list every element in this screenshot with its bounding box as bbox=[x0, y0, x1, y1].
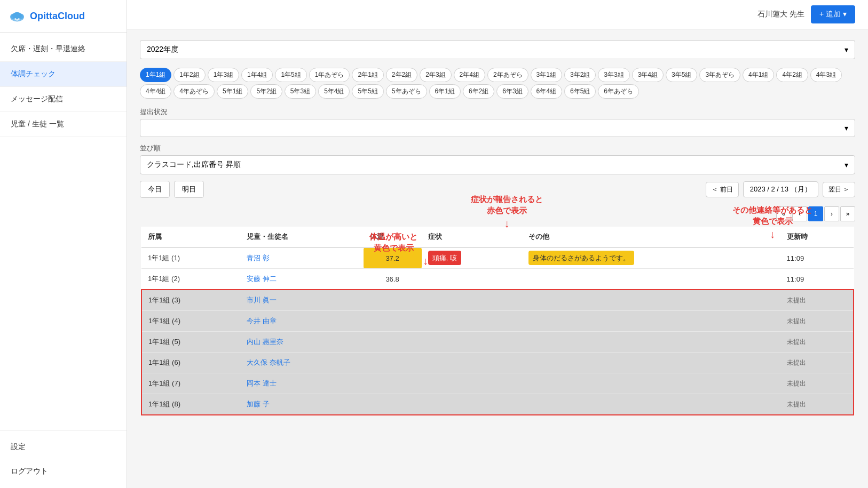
class-tab-2年1組[interactable]: 2年1組 bbox=[352, 68, 383, 82]
class-tab-1年5組[interactable]: 1年5組 bbox=[275, 68, 306, 82]
class-tab-5年3組[interactable]: 5年3組 bbox=[285, 84, 316, 99]
class-tab-4年あぞら[interactable]: 4年あぞら bbox=[173, 84, 215, 99]
class-tab-3年3組[interactable]: 3年3組 bbox=[598, 68, 629, 82]
class-tab-2年4組[interactable]: 2年4組 bbox=[454, 68, 485, 82]
page-last[interactable]: » bbox=[840, 206, 855, 221]
sidebar-item-absence[interactable]: 欠席・遅刻・早退連絡 bbox=[0, 37, 127, 62]
header: 石川蓮大 先生 + 追加 ▾ bbox=[127, 0, 868, 29]
sort-filter-select[interactable]: クラスコード,出席番号 昇順 ▾ bbox=[140, 155, 855, 174]
cell-class: 1年1組 (3) bbox=[141, 290, 240, 311]
cell-class: 1年1組 (8) bbox=[141, 394, 240, 415]
student-name-link[interactable]: 加藤 子 bbox=[247, 400, 270, 408]
student-name-link[interactable]: 岡本 達士 bbox=[247, 379, 277, 387]
next-day-button[interactable]: 翌日 ＞ bbox=[823, 182, 855, 197]
class-tab-3年2組[interactable]: 3年2組 bbox=[564, 68, 596, 82]
class-tab-1年あぞら[interactable]: 1年あぞら bbox=[309, 68, 350, 82]
class-tab-4年1組[interactable]: 4年1組 bbox=[743, 68, 774, 82]
class-tab-5年あぞら[interactable]: 5年あぞら bbox=[386, 84, 427, 99]
col-name: 児童・生徒名 bbox=[240, 227, 363, 247]
student-name-link[interactable]: 内山 惠里奈 bbox=[247, 338, 283, 346]
cell-name[interactable]: 青沼 彰 bbox=[240, 247, 363, 269]
class-tab-5年5組[interactable]: 5年5組 bbox=[352, 84, 383, 99]
cell-name[interactable]: 加藤 子 bbox=[240, 394, 363, 415]
user-name: 石川蓮大 先生 bbox=[757, 10, 804, 19]
health-check-table: 所属 児童・生徒名 体温 症状 その他 更新時 1年1組 (1)青沼 彰37.2… bbox=[141, 227, 854, 415]
student-name-link[interactable]: 今井 由章 bbox=[247, 317, 277, 325]
page-current[interactable]: 1 bbox=[808, 206, 823, 221]
year-select[interactable]: 2022年度 ▾ bbox=[140, 40, 855, 59]
table-row: 1年1組 (3)市川 眞一未提出 bbox=[141, 290, 854, 311]
class-tab-2年あぞら[interactable]: 2年あぞら bbox=[487, 68, 528, 82]
cell-other bbox=[522, 353, 780, 373]
class-tab-1年1組[interactable]: 1年1組 bbox=[140, 68, 171, 82]
class-tab-3年4組[interactable]: 3年4組 bbox=[632, 68, 664, 82]
cell-symptoms bbox=[422, 353, 522, 373]
class-tab-4年3組[interactable]: 4年3組 bbox=[810, 68, 842, 82]
sidebar-item-logout[interactable]: ログアウト bbox=[0, 459, 127, 484]
sidebar-bottom: 設定 ログアウト bbox=[0, 430, 127, 488]
col-other: その他 bbox=[522, 227, 780, 247]
year-select-chevron: ▾ bbox=[845, 45, 848, 54]
class-tab-1年3組[interactable]: 1年3組 bbox=[208, 68, 239, 82]
cell-name[interactable]: 岡本 達士 bbox=[240, 373, 363, 394]
cell-updated: 未提出 bbox=[780, 394, 854, 415]
class-tab-6年3組[interactable]: 6年3組 bbox=[496, 84, 528, 99]
class-tab-4年4組[interactable]: 4年4組 bbox=[140, 84, 171, 99]
cell-temp bbox=[364, 394, 422, 415]
class-tab-5年2組[interactable]: 5年2組 bbox=[250, 84, 282, 99]
cell-name[interactable]: 大久保 奈帆子 bbox=[240, 353, 363, 373]
class-tab-3年1組[interactable]: 3年1組 bbox=[531, 68, 562, 82]
today-button[interactable]: 今日 bbox=[140, 181, 170, 198]
svg-point-6 bbox=[18, 18, 20, 20]
cell-name[interactable]: 市川 眞一 bbox=[240, 290, 363, 311]
class-tab-3年あぞら[interactable]: 3年あぞら bbox=[699, 68, 740, 82]
class-tab-6年あぞら[interactable]: 6年あぞら bbox=[598, 84, 639, 99]
cell-name[interactable]: 今井 由章 bbox=[240, 311, 363, 332]
svg-point-3 bbox=[12, 12, 22, 19]
cell-symptoms bbox=[422, 311, 522, 332]
sidebar-item-students[interactable]: 児童 / 生徒 一覧 bbox=[0, 112, 127, 137]
sidebar-item-health[interactable]: 体調チェック bbox=[0, 62, 127, 87]
class-tab-1年4組[interactable]: 1年4組 bbox=[241, 68, 273, 82]
class-tab-2年3組[interactable]: 2年3組 bbox=[420, 68, 451, 82]
class-tab-1年2組[interactable]: 1年2組 bbox=[173, 68, 205, 82]
sort-filter-value: クラスコード,出席番号 昇順 bbox=[147, 160, 241, 170]
cell-temp bbox=[364, 353, 422, 373]
class-tab-4年2組[interactable]: 4年2組 bbox=[776, 68, 808, 82]
table-header-row: 所属 児童・生徒名 体温 症状 その他 更新時 bbox=[141, 227, 854, 247]
submission-filter-select[interactable]: ▾ bbox=[140, 119, 855, 137]
class-tab-6年2組[interactable]: 6年2組 bbox=[463, 84, 494, 99]
add-button[interactable]: + 追加 ▾ bbox=[811, 5, 855, 23]
cell-other bbox=[522, 269, 780, 290]
tomorrow-button[interactable]: 明日 bbox=[174, 181, 204, 198]
cell-updated: 11:09 bbox=[780, 247, 854, 269]
class-tab-5年4組[interactable]: 5年4組 bbox=[318, 84, 350, 99]
class-tab-6年5組[interactable]: 6年5組 bbox=[564, 84, 596, 99]
class-tab-6年4組[interactable]: 6年4組 bbox=[531, 84, 562, 99]
cell-name[interactable]: 安藤 伸二 bbox=[240, 269, 363, 290]
student-name-link[interactable]: 安藤 伸二 bbox=[247, 275, 277, 283]
page-prev[interactable]: ‹ bbox=[792, 206, 807, 221]
cell-updated: 未提出 bbox=[780, 332, 854, 353]
class-tab-5年1組[interactable]: 5年1組 bbox=[217, 84, 248, 99]
student-name-link[interactable]: 青沼 彰 bbox=[247, 254, 270, 262]
student-name-link[interactable]: 大久保 奈帆子 bbox=[247, 358, 290, 366]
class-tab-6年1組[interactable]: 6年1組 bbox=[429, 84, 461, 99]
cell-other bbox=[522, 290, 780, 311]
class-tab-2年2組[interactable]: 2年2組 bbox=[386, 68, 417, 82]
page-first[interactable]: « bbox=[776, 206, 791, 221]
sidebar-item-settings[interactable]: 設定 bbox=[0, 435, 127, 459]
class-tab-3年5組[interactable]: 3年5組 bbox=[666, 68, 697, 82]
logo-text: OpittaCloud bbox=[30, 11, 85, 22]
student-name-link[interactable]: 市川 眞一 bbox=[247, 296, 277, 304]
cell-class: 1年1組 (1) bbox=[141, 247, 240, 269]
sort-filter-label: 並び順 bbox=[140, 143, 855, 153]
sidebar-item-message[interactable]: メッセージ配信 bbox=[0, 87, 127, 112]
prev-day-button[interactable]: ＜ 前日 bbox=[706, 182, 738, 197]
page-next[interactable]: › bbox=[824, 206, 839, 221]
cell-symptoms bbox=[422, 269, 522, 290]
cell-name[interactable]: 内山 惠里奈 bbox=[240, 332, 363, 353]
content-area: 2022年度 ▾ 1年1組1年2組1年3組1年4組1年5組1年あぞら2年1組2年… bbox=[127, 29, 868, 488]
date-display: 2023 / 2 / 13 （月） bbox=[743, 181, 818, 197]
table-annotation-wrapper: 症状が報告されると赤色で表示 ↓ 体温が高いと黄色で表示 ↓ その他連絡等がある… bbox=[140, 226, 855, 417]
